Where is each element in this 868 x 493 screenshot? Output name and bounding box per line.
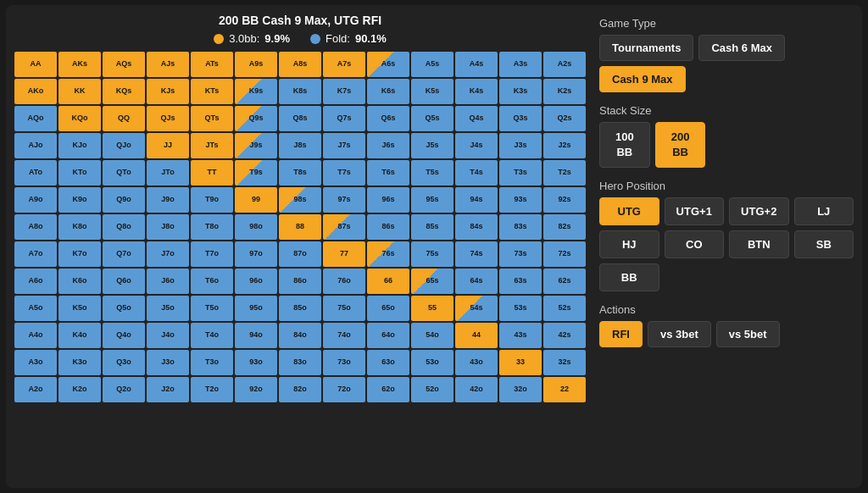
btn-bb[interactable]: BB (599, 263, 659, 291)
cell-42o: 42o (455, 377, 498, 402)
cell-a9o: A9o (14, 187, 57, 213)
cell-t8o: T8o (191, 214, 233, 240)
cell-ajs: AJs (147, 52, 189, 77)
cell-76o: 76o (323, 269, 365, 294)
cell-aqo: AQo (14, 106, 57, 131)
cell-74o: 74o (323, 323, 365, 348)
cell-22: 22 (543, 377, 586, 402)
cell-k9s: K9s (235, 79, 277, 104)
cell-j8s: J8s (279, 133, 321, 158)
cell-kqo: KQo (58, 106, 101, 131)
cell-j4s: J4s (455, 133, 498, 158)
cell-54o: 54o (411, 323, 453, 348)
cell-q9o: Q9o (103, 187, 145, 213)
cell-q6o: Q6o (103, 269, 145, 294)
cell-93s: 93s (499, 187, 542, 213)
btn-vs5bet[interactable]: vs 5bet (716, 321, 780, 347)
cell-54s: 54s (455, 296, 498, 321)
cell-k6o: K6o (58, 269, 101, 294)
cell-j3s: J3s (499, 133, 542, 158)
cell-a4o: A4o (14, 323, 57, 348)
cell-a8s: A8s (279, 52, 321, 77)
raise-dot (214, 34, 224, 44)
cell-52o: 52o (411, 377, 453, 402)
cell-jto: JTo (147, 160, 189, 186)
cell-k5o: K5o (58, 296, 101, 321)
cell-94o: 94o (235, 323, 277, 348)
cell-72s: 72s (543, 241, 586, 267)
cell-75s: 75s (411, 241, 453, 267)
cell-kto: KTo (58, 160, 101, 186)
cell-82o: 82o (279, 377, 321, 402)
cell-q9s: Q9s (235, 106, 277, 131)
cell-kk: KK (58, 79, 101, 104)
cell-j9o: J9o (147, 187, 189, 213)
cell-86o: 86o (279, 269, 321, 294)
cell-a6o: A6o (14, 269, 57, 294)
cell-t7o: T7o (191, 241, 233, 267)
btn-tournaments[interactable]: Tournaments (599, 35, 693, 61)
cell-kjs: KJs (147, 79, 189, 104)
cell-t3o: T3o (191, 350, 233, 375)
cell-t7s: T7s (323, 160, 365, 186)
cell-j2s: J2s (543, 133, 586, 158)
cell-a2s: A2s (543, 52, 586, 77)
cell-a7s: A7s (323, 52, 365, 77)
cell-84s: 84s (455, 214, 498, 240)
btn-vs3bet[interactable]: vs 3bet (648, 321, 711, 347)
position-row2: HJ CO BTN SB (599, 230, 854, 258)
btn-sb[interactable]: SB (794, 230, 854, 258)
cell-52s: 52s (543, 296, 586, 321)
cell-62o: 62o (367, 377, 409, 402)
btn-utg[interactable]: UTG (599, 197, 659, 225)
cell-t2s: T2s (543, 160, 586, 186)
fold-dot (310, 34, 320, 44)
cell-qto: QTo (103, 160, 145, 186)
chart-title: 200 BB Cash 9 Max, UTG RFI (219, 14, 381, 27)
cell-a3o: A3o (14, 350, 57, 375)
cell-j5o: J5o (147, 296, 189, 321)
cell-98o: 98o (235, 214, 277, 240)
cell-95o: 95o (235, 296, 277, 321)
cell-83o: 83o (279, 350, 321, 375)
cell-92o: 92o (235, 377, 277, 402)
btn-200bb[interactable]: 200BB (655, 122, 706, 168)
cell-j5s: J5s (411, 133, 453, 158)
cell-63o: 63o (367, 350, 409, 375)
cell-33: 33 (499, 350, 542, 375)
cell-53s: 53s (499, 296, 542, 321)
btn-rfi[interactable]: RFI (599, 321, 643, 347)
cell-q4s: Q4s (455, 106, 498, 131)
cell-qjs: QJs (147, 106, 189, 131)
cell-65o: 65o (367, 296, 409, 321)
fold-value: 90.1% (355, 32, 387, 45)
cell-q2o: Q2o (103, 377, 145, 402)
btn-100bb[interactable]: 100BB (599, 122, 650, 168)
cell-86s: 86s (367, 214, 409, 240)
btn-cash9max[interactable]: Cash 9 Max (599, 66, 686, 92)
cell-j8o: J8o (147, 214, 189, 240)
btn-cash6max[interactable]: Cash 6 Max (698, 35, 785, 61)
cell-k4o: K4o (58, 323, 101, 348)
cell-62s: 62s (543, 269, 586, 294)
cell-kts: KTs (191, 79, 233, 104)
cell-a6s: A6s (367, 52, 409, 77)
btn-btn[interactable]: BTN (729, 230, 789, 258)
btn-utg2[interactable]: UTG+2 (729, 197, 789, 225)
cell-q5s: Q5s (411, 106, 453, 131)
cell-k8o: K8o (58, 214, 101, 240)
btn-lj[interactable]: LJ (794, 197, 854, 225)
btn-co[interactable]: CO (665, 230, 725, 258)
cell-76s: 76s (367, 241, 409, 267)
cell-t5s: T5s (411, 160, 453, 186)
btn-utg1[interactable]: UTG+1 (665, 197, 725, 225)
cell-j7s: J7s (323, 133, 365, 158)
btn-hj[interactable]: HJ (599, 230, 659, 258)
cell-k7o: K7o (58, 241, 101, 267)
cell-t2o: T2o (191, 377, 233, 402)
cell-t6o: T6o (191, 269, 233, 294)
cell-44: 44 (455, 323, 498, 348)
cell-74s: 74s (455, 241, 498, 267)
cell-87o: 87o (279, 241, 321, 267)
cell-k8s: K8s (279, 79, 321, 104)
